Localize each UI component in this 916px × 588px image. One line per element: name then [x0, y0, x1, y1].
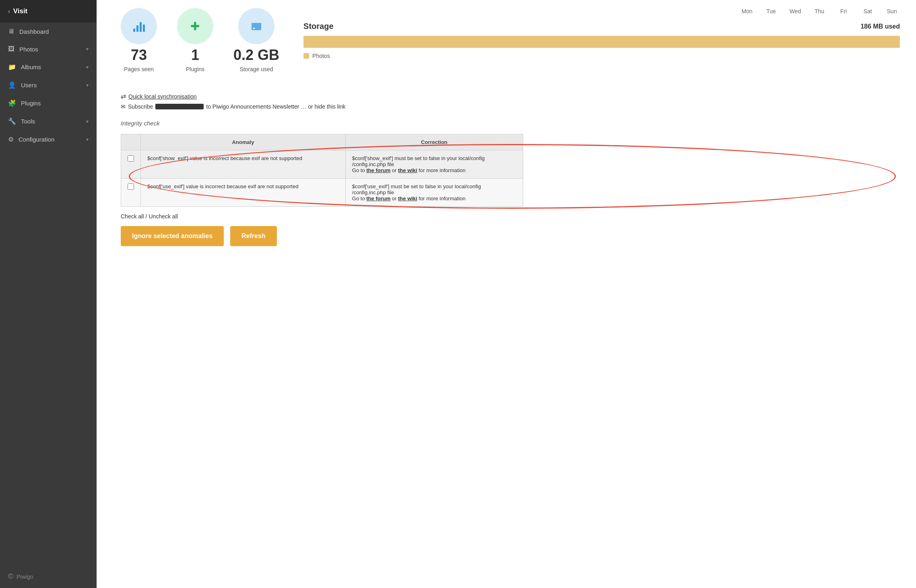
integrity-section: Integrity check Anomaly Correction	[121, 120, 900, 246]
svg-text:✚: ✚	[190, 20, 200, 33]
table-row: $conf['use_exif'] value is incorrect bec…	[121, 179, 523, 207]
sidebar-footer: © Piwigo	[0, 565, 97, 588]
integrity-table: Anomaly Correction $conf['show_exif'] va…	[121, 134, 523, 207]
row2-correction-suffix: for more information	[419, 195, 465, 201]
redacted-email	[155, 104, 204, 109]
sidebar-item-photos[interactable]: 🖼 Photos ▾	[0, 40, 97, 58]
chevron-down-icon: ▾	[86, 119, 89, 124]
row2-correction: $conf['use_exif'] must be set to false i…	[345, 179, 523, 207]
storage-section: Storage 186 MB used Photos	[303, 22, 900, 59]
legend-label-photos: Photos	[312, 53, 330, 59]
integrity-table-wrapper: Anomaly Correction $conf['show_exif'] va…	[121, 134, 900, 207]
sidebar-item-plugins[interactable]: 🧩 Plugins	[0, 94, 97, 112]
plugins-stat: ✚ 1 Plugins	[177, 8, 213, 72]
row2-or-text: or	[392, 195, 398, 201]
cal-day-wed: Wed	[787, 8, 803, 14]
col-correction: Correction	[345, 134, 523, 150]
row2-forum-link[interactable]: the forum	[366, 195, 390, 201]
cal-day-fri: Fri	[836, 8, 852, 14]
row2-checkbox[interactable]	[128, 183, 134, 190]
sync-icon: ⇄	[121, 93, 126, 100]
calendar-header: Mon Tue Wed Thu Fri Sat Sun	[303, 4, 900, 18]
sidebar-item-tools[interactable]: 🔧 Tools ▾	[0, 112, 97, 130]
tools-icon: 🔧	[8, 117, 16, 125]
refresh-button[interactable]: Refresh	[230, 226, 277, 246]
svg-rect-3	[143, 25, 145, 32]
row1-checkbox-cell[interactable]	[121, 150, 141, 179]
chevron-down-icon: ▾	[86, 82, 89, 88]
svg-rect-2	[140, 22, 142, 32]
uncheck-all-link[interactable]: Uncheck all	[149, 213, 177, 220]
row1-wiki-link[interactable]: the wiki	[398, 167, 417, 173]
pages-seen-icon	[121, 8, 157, 44]
sidebar-back-button[interactable]: ‹ Visit	[0, 0, 97, 23]
cal-day-sat: Sat	[860, 8, 876, 14]
storage-used: 186 MB used	[860, 23, 900, 30]
quick-links: ⇄ Quick local synchronisation ✉ Subscrib…	[121, 93, 900, 110]
row1-correction: $conf['show_exif'] must be set to false …	[345, 150, 523, 179]
check-all-link[interactable]: Check all	[121, 213, 144, 220]
plugins-label: Plugins	[186, 66, 204, 72]
svg-rect-1	[136, 25, 138, 32]
integrity-title: Integrity check	[121, 120, 900, 127]
sidebar-item-dashboard[interactable]: 🖥 Dashboard	[0, 23, 97, 40]
sidebar-item-label: Users	[21, 82, 37, 88]
row2-wiki-link[interactable]: the wiki	[398, 195, 417, 201]
piwigo-label: Piwigo	[17, 574, 33, 580]
sidebar-item-label: Configuration	[19, 136, 54, 143]
storage-count: 0.2 GB	[233, 47, 279, 64]
pages-seen-label: Pages seen	[124, 66, 154, 72]
plugins-icon: 🧩	[8, 99, 16, 107]
cal-day-mon: Mon	[739, 8, 755, 14]
sidebar-item-label: Albums	[21, 64, 41, 70]
main-content: 73 Pages seen ✚ 1 Plugins 0.2 GB Storage…	[97, 0, 916, 588]
sidebar-item-albums[interactable]: 📁 Albums ▾	[0, 58, 97, 76]
storage-title: Storage	[303, 22, 333, 31]
row1-or-text: or	[392, 167, 398, 173]
col-anomaly: Anomaly	[141, 134, 346, 150]
storage-stat: 0.2 GB Storage used	[233, 8, 279, 72]
chevron-down-icon: ▾	[86, 64, 89, 70]
sync-link[interactable]: Quick local synchronisation	[128, 93, 197, 100]
sidebar-item-users[interactable]: 👤 Users ▾	[0, 76, 97, 94]
col-checkbox	[121, 134, 141, 150]
sidebar-item-label: Photos	[19, 46, 38, 53]
ignore-anomalies-button[interactable]: Ignore selected anomalies	[121, 226, 224, 246]
sidebar-item-label: Plugins	[21, 100, 41, 107]
svg-rect-6	[252, 23, 261, 25]
row2-checkbox-cell[interactable]	[121, 179, 141, 207]
pages-seen-count: 73	[131, 47, 147, 64]
chevron-down-icon: ▾	[86, 46, 89, 52]
legend-dot-photos	[303, 53, 309, 59]
svg-rect-7	[253, 28, 255, 29]
piwigo-logo-icon: ©	[8, 572, 13, 581]
chevron-down-icon: ▾	[86, 137, 89, 142]
storage-icon	[238, 8, 274, 44]
sidebar-item-label: Tools	[21, 118, 35, 125]
cal-day-sun: Sun	[884, 8, 900, 14]
row1-checkbox[interactable]	[128, 155, 134, 162]
photos-icon: 🖼	[8, 45, 14, 53]
sidebar-item-configuration[interactable]: ⚙ Configuration ▾	[0, 130, 97, 148]
newsletter-prefix: Subscribe	[128, 103, 153, 110]
sidebar-item-label: Dashboard	[19, 28, 49, 35]
row1-correction-suffix: for more information	[419, 167, 465, 173]
check-all-row: Check all / Uncheck all	[121, 213, 523, 220]
storage-legend: Photos	[303, 53, 900, 59]
divider: /	[146, 213, 147, 220]
albums-icon: 📁	[8, 63, 16, 71]
row2-anomaly: $conf['use_exif'] value is incorrect bec…	[141, 179, 346, 207]
plugins-count: 1	[191, 47, 199, 64]
sidebar: ‹ Visit 🖥 Dashboard 🖼 Photos ▾ 📁 Albums …	[0, 0, 97, 588]
dashboard-icon: 🖥	[8, 28, 14, 35]
newsletter-suffix: to Piwigo Announcements Newsletter … or …	[206, 103, 345, 110]
row1-forum-link[interactable]: the forum	[366, 167, 390, 173]
storage-bar	[303, 36, 900, 48]
cal-day-tue: Tue	[763, 8, 779, 14]
chevron-left-icon: ‹	[8, 8, 10, 14]
storage-label: Storage used	[239, 66, 273, 72]
svg-rect-5	[252, 25, 261, 30]
plugins-icon: ✚	[177, 8, 213, 44]
cal-day-thu: Thu	[811, 8, 827, 14]
pages-seen-stat: 73 Pages seen	[121, 8, 157, 72]
